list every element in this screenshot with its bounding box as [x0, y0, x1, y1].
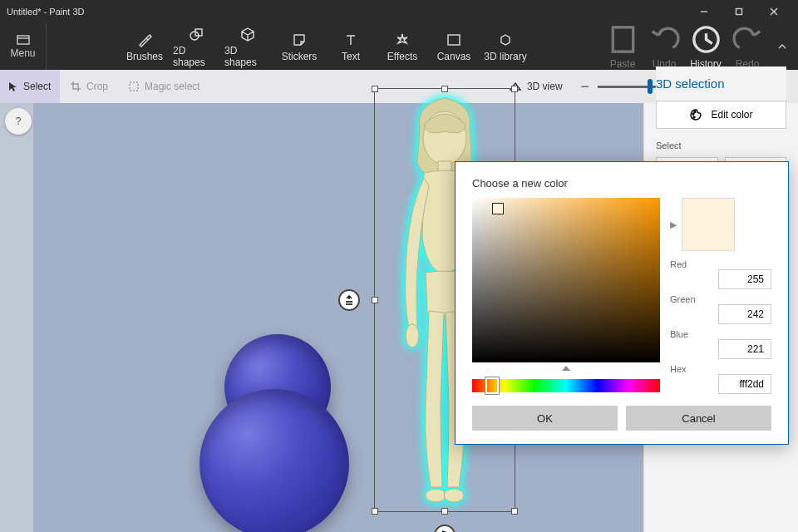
z-rotate-handle[interactable]	[338, 289, 360, 311]
red-label: Red	[670, 259, 771, 269]
tool-brushes[interactable]: Brushes	[121, 23, 168, 70]
tool-stickers[interactable]: Stickers	[276, 23, 323, 70]
resize-handle-tl[interactable]	[372, 86, 378, 92]
maximize-button[interactable]	[722, 0, 756, 23]
tool-3d-library[interactable]: 3D library	[482, 23, 529, 70]
resize-handle-tr[interactable]	[511, 86, 518, 92]
tool-canvas[interactable]: Canvas	[431, 23, 477, 70]
svg-rect-4	[17, 36, 29, 44]
svg-point-19	[694, 111, 696, 113]
redo-button[interactable]: Redo	[728, 23, 766, 70]
crop-tool[interactable]: Crop	[60, 70, 118, 103]
resize-handle-bl[interactable]	[372, 508, 378, 515]
resize-handle-mt[interactable]	[441, 86, 448, 92]
zoom-out-button[interactable]: −	[581, 78, 590, 96]
hex-input[interactable]	[718, 374, 771, 394]
history-button[interactable]: History	[687, 23, 725, 70]
cancel-button[interactable]: Cancel	[626, 406, 771, 431]
tool-2d-shapes[interactable]: 2D shapes	[173, 23, 219, 70]
blue-label: Blue	[670, 329, 771, 339]
svg-rect-1	[736, 9, 742, 15]
green-label: Green	[670, 294, 771, 304]
green-input[interactable]	[718, 304, 771, 324]
red-input[interactable]	[718, 269, 771, 289]
resize-handle-br[interactable]	[511, 508, 518, 515]
menu-button[interactable]: Menu	[0, 23, 47, 70]
panel-title: 3D selection	[656, 66, 786, 101]
tool-3d-shapes[interactable]: 3D shapes	[224, 23, 271, 70]
y-rotate-handle[interactable]	[434, 525, 456, 532]
title-bar: Untitled* - Paint 3D	[0, 0, 798, 23]
undo-button[interactable]: Undo	[645, 23, 683, 70]
svg-point-20	[693, 116, 695, 118]
hue-indicator-icon	[562, 366, 570, 371]
resize-handle-ml[interactable]	[372, 297, 378, 303]
edit-color-button[interactable]: Edit color	[656, 101, 786, 129]
hue-thumb[interactable]	[485, 377, 499, 394]
tool-text[interactable]: Text	[328, 23, 374, 70]
main-toolbar: Menu Brushes 2D shapes 3D shapes Sticker…	[0, 23, 798, 70]
window-title: Untitled* - Paint 3D	[7, 7, 687, 17]
svg-rect-11	[130, 82, 138, 91]
expand-toolbar-button[interactable]	[770, 23, 795, 70]
help-button[interactable]: ?	[5, 108, 32, 135]
ok-button[interactable]: OK	[472, 406, 618, 431]
color-picker-dialog: Choose a new color ▶ Red Green Blue Hex	[455, 161, 789, 445]
magic-select-tool[interactable]: Magic select	[118, 70, 210, 103]
swatch-arrow-icon: ▶	[670, 219, 677, 230]
blue-input[interactable]	[718, 339, 771, 359]
svg-rect-9	[613, 27, 633, 52]
minimize-button[interactable]	[687, 0, 722, 23]
paste-button[interactable]: Paste	[603, 23, 642, 70]
tool-effects[interactable]: Effects	[379, 23, 426, 70]
select-tool[interactable]: Select	[0, 70, 60, 103]
hex-label: Hex	[670, 364, 771, 374]
select-section-label: Select	[656, 140, 786, 150]
hue-slider[interactable]	[472, 379, 660, 392]
close-button[interactable]	[756, 0, 791, 23]
sphere-front[interactable]	[200, 389, 349, 532]
menu-label: Menu	[10, 47, 35, 59]
svg-rect-8	[448, 35, 460, 45]
resize-handle-mb[interactable]	[441, 508, 448, 515]
svg-point-18	[692, 113, 694, 115]
color-swatch	[682, 198, 735, 251]
dialog-heading: Choose a new color	[472, 177, 771, 190]
color-saturation-field[interactable]	[472, 198, 660, 362]
color-field-cursor[interactable]	[492, 203, 504, 214]
